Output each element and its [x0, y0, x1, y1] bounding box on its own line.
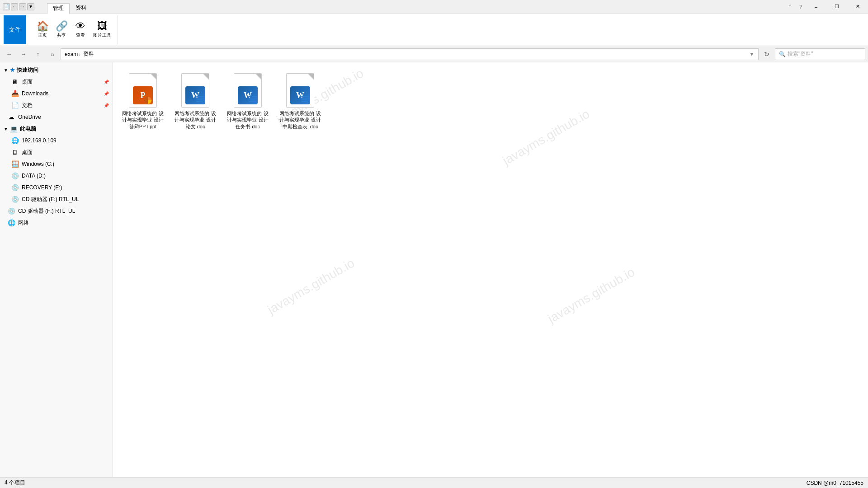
- maximize-button[interactable]: ☐: [826, 0, 847, 14]
- quick-access-btn[interactable]: 📄: [3, 3, 10, 10]
- sidebar-this-pc-header[interactable]: ▼ 💻 此电脑: [0, 123, 113, 135]
- sidebar-pc-desktop-label: 桌面: [22, 149, 33, 156]
- svg-rect-10: [301, 98, 309, 99]
- share-icon: 🔗: [56, 21, 68, 31]
- recovery-e-icon: 💿: [11, 184, 19, 191]
- ribbon-view-btn[interactable]: 👁 查看: [71, 20, 90, 39]
- sidebar: ▼ ★ 快速访问 🖥 桌面 📌 📥 Downloads 📌 📄 文档 📌 ☁ O…: [0, 62, 113, 477]
- ribbon-share-btn[interactable]: 🔗 共享: [52, 20, 71, 39]
- redo-btn[interactable]: →: [19, 3, 26, 10]
- sidebar-item-windows-c[interactable]: 🪟 Windows (C:): [0, 158, 113, 170]
- ribbon-tabs: 管理 资料: [45, 0, 92, 14]
- file-icon-word-3: W: [284, 72, 316, 108]
- file-icon-word-2: W: [231, 72, 264, 108]
- network-ip-icon: 🌐: [11, 137, 19, 144]
- home-label: 主页: [38, 32, 47, 38]
- chevron-this-pc-icon: ▼: [4, 127, 8, 131]
- address-part-exam[interactable]: exam ›: [65, 51, 80, 57]
- file-item-ppt[interactable]: P: [120, 70, 165, 132]
- svg-rect-2: [196, 98, 204, 99]
- svg-rect-5: [249, 96, 257, 97]
- file-corner-ppt: [150, 74, 156, 80]
- downloads-icon: 📥: [11, 90, 19, 97]
- picture-tools-icon: 🖼: [97, 21, 107, 31]
- undo-btn[interactable]: ←: [11, 3, 18, 10]
- help-icon[interactable]: ?: [799, 4, 806, 9]
- sidebar-item-desktop[interactable]: 🖥 桌面 📌: [0, 76, 113, 88]
- svg-rect-1: [196, 96, 204, 97]
- this-pc-icon: 💻: [10, 125, 18, 132]
- sidebar-item-network[interactable]: 🌐 网络: [0, 217, 113, 229]
- onedrive-icon: ☁: [7, 113, 15, 121]
- file-item-word-2[interactable]: W 网络: [225, 70, 270, 132]
- chevron-right-icon: ▼: [4, 68, 8, 73]
- forward-button[interactable]: →: [17, 48, 30, 61]
- sidebar-data-d-label: DATA (D:): [22, 173, 46, 179]
- file-page-word-3: W: [286, 73, 314, 108]
- expand-ribbon-icon[interactable]: ⌃: [788, 4, 799, 9]
- file-name-word-2: 网络考试系统的 设计与实现毕业 设计任务书.doc: [227, 110, 269, 130]
- address-part-data[interactable]: 资料: [83, 50, 94, 58]
- file-page-ppt: P: [129, 73, 157, 108]
- picture-tools-label: 图片工具: [93, 32, 111, 38]
- main-layout: ▼ ★ 快速访问 🖥 桌面 📌 📥 Downloads 📌 📄 文档 📌 ☁ O…: [0, 62, 868, 477]
- ppt-app-icon: P: [133, 85, 153, 105]
- sidebar-item-data-d[interactable]: 💿 DATA (D:): [0, 170, 113, 182]
- ribbon-home-btn[interactable]: 🏠 主页: [33, 20, 52, 39]
- sidebar-cd-f-label: CD 驱动器 (F:) RTL_UL: [22, 196, 79, 203]
- file-icon-ppt: P: [127, 72, 159, 108]
- word-app-icon-2: W: [238, 85, 258, 105]
- search-placeholder: 搜索"资料": [788, 50, 813, 58]
- svg-rect-9: [301, 96, 309, 97]
- word-lines-decoration-1: [196, 96, 204, 104]
- ribbon-group-nav: 🏠 主页 🔗 共享 👁 查看 🖼 图片工具: [30, 15, 118, 44]
- svg-rect-12: [301, 101, 308, 102]
- refresh-button[interactable]: ↻: [760, 48, 773, 61]
- sidebar-item-onedrive[interactable]: ☁ OneDrive: [0, 111, 113, 123]
- sidebar-desktop-label: 桌面: [22, 78, 33, 86]
- up-button[interactable]: ↑: [32, 48, 44, 61]
- back-button[interactable]: ←: [3, 48, 15, 61]
- ribbon: 文件 🏠 主页 🔗 共享 👁 查看 🖼 图片工具: [0, 14, 868, 46]
- sidebar-item-network-ip[interactable]: 🌐 192.168.0.109: [0, 135, 113, 146]
- cd-drive-icon: 💿: [7, 207, 15, 215]
- file-item-word-3[interactable]: W 网络: [278, 70, 323, 132]
- minimize-button[interactable]: –: [806, 0, 826, 14]
- sidebar-cd-drive-label: CD 驱动器 (F:) RTL_UL: [18, 207, 75, 215]
- pin-icon: 📌: [104, 80, 109, 84]
- sidebar-network-label: 网络: [18, 219, 29, 227]
- windows-c-icon: 🪟: [11, 160, 19, 168]
- data-d-icon: 💿: [11, 172, 19, 179]
- sidebar-network-ip-label: 192.168.0.109: [22, 137, 57, 144]
- share-label: 共享: [57, 32, 66, 38]
- home-nav-button[interactable]: ⌂: [46, 48, 59, 61]
- customize-btn[interactable]: ▼: [27, 3, 34, 10]
- sidebar-item-cd-drive[interactable]: 💿 CD 驱动器 (F:) RTL_UL: [0, 205, 113, 217]
- sidebar-quick-access-header[interactable]: ▼ ★ 快速访问: [0, 64, 113, 76]
- ppt-letter: P: [141, 91, 146, 100]
- file-grid: P: [120, 70, 861, 132]
- file-corner-word-2: [255, 74, 261, 80]
- tab-data[interactable]: 资料: [70, 3, 92, 14]
- sidebar-item-recovery-e[interactable]: 💿 RECOVERY (E:): [0, 182, 113, 193]
- file-name-word-1: 网络考试系统的 设计与实现毕业 设计论文.doc: [175, 110, 216, 130]
- tab-manage[interactable]: 管理: [47, 3, 70, 14]
- file-area: javayms.github.io javayms.github.io java…: [113, 62, 868, 477]
- ribbon-picture-tools-btn[interactable]: 🖼 图片工具: [90, 20, 114, 39]
- sidebar-this-pc-label: 此电脑: [20, 125, 36, 133]
- file-icon-word-1: W: [179, 72, 212, 108]
- address-bar[interactable]: exam › 资料 ▼: [61, 48, 759, 60]
- search-bar[interactable]: 🔍 搜索"资料": [775, 48, 865, 60]
- file-menu-button[interactable]: 文件: [4, 15, 26, 44]
- status-bar: 4 个项目 CSDN @m0_71015455: [0, 477, 868, 488]
- address-dropdown-icon[interactable]: ▼: [749, 51, 755, 57]
- svg-rect-7: [249, 99, 255, 100]
- sidebar-item-pc-desktop[interactable]: 🖥 桌面: [0, 146, 113, 158]
- sidebar-item-cd-f[interactable]: 💿 CD 驱动器 (F:) RTL_UL: [0, 193, 113, 205]
- file-item-word-1[interactable]: W 网络: [173, 70, 218, 132]
- close-button[interactable]: ✕: [847, 0, 868, 14]
- sidebar-item-documents[interactable]: 📄 文档 📌: [0, 99, 113, 111]
- svg-rect-11: [301, 99, 307, 100]
- sidebar-onedrive-label: OneDrive: [18, 114, 41, 120]
- sidebar-item-downloads[interactable]: 📥 Downloads 📌: [0, 88, 113, 99]
